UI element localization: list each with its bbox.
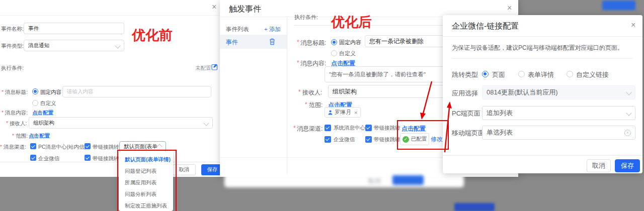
edit-icon[interactable]: [211, 63, 218, 70]
save-label: 保存: [621, 161, 634, 170]
msg-title-label: 消息标题:: [300, 39, 326, 47]
person-icon: [328, 110, 333, 115]
scope-config-link[interactable]: 点击配置: [29, 133, 50, 140]
radio-page[interactable]: [482, 71, 489, 77]
msg-content-value: "您有一条消息被删除了，请前往查看": [329, 71, 426, 78]
radio-form-detail[interactable]: [518, 71, 525, 77]
trash-icon[interactable]: [269, 38, 275, 45]
checkbox-wechat[interactable]: [30, 155, 36, 161]
custom-label: 自定义: [339, 50, 356, 57]
msg-title-label: 消息标题:: [5, 89, 28, 96]
event-list-label: 事件列表: [226, 26, 249, 33]
radio-custom[interactable]: [331, 50, 337, 56]
recipient-name: 罗琳月: [335, 109, 351, 116]
jump-type-label: 跳转类型: [452, 70, 478, 79]
sidebar-item-label: 事件: [226, 38, 238, 47]
event-name-value: 事件: [28, 25, 39, 32]
pc-page-label: PC端页面: [452, 109, 480, 118]
msg-content-config-link[interactable]: 点击配置: [32, 110, 53, 117]
note-divider: [452, 58, 633, 59]
footer-divider: [0, 162, 220, 162]
required-mark: *: [0, 144, 2, 150]
blurred-cancel-label: 取消: [368, 177, 380, 185]
channel-sys-label: 系统消息中心: [334, 125, 365, 132]
chevron-down-icon: [203, 120, 209, 126]
receiver-select[interactable]: 组织架构: [328, 85, 449, 98]
radio-custom-link[interactable]: [567, 71, 573, 77]
clear-icon[interactable]: ×: [624, 130, 631, 136]
mobile-page-value: 单选列表: [487, 128, 513, 137]
required-mark: *: [6, 120, 8, 126]
link-jump-label: 带链接跳转: [374, 125, 400, 132]
annotation-after-label: 优化后: [331, 13, 372, 31]
event-name-label: 事件名称:: [1, 26, 24, 33]
annotation-box-dropdown: [117, 150, 177, 211]
blurred-dialog-footer: 取消: [224, 174, 464, 187]
save-button[interactable]: 保存: [615, 159, 640, 172]
link-jump-label: 带链接跳转: [374, 136, 400, 143]
msg-content-label: 消息内容:: [300, 59, 326, 68]
checkbox-link-jump[interactable]: [365, 125, 372, 131]
opt-custom-label: 自定义链接: [576, 70, 609, 79]
blurred-save-button: [392, 175, 424, 185]
app-select-label: 应用选择: [452, 89, 478, 98]
event-type-select[interactable]: 消息通知: [24, 40, 124, 51]
radio-custom[interactable]: [32, 100, 38, 106]
opt-form-label: 表单详情: [528, 70, 554, 79]
radio-fixed-content[interactable]: [331, 39, 337, 45]
channel-label: 消息渠道:: [297, 125, 323, 133]
fixed-content-label: 固定内容: [339, 39, 361, 46]
before-dialog: × 事件名称: 事件 事件类型: 消息通知 执行条件: 未配置 * 消息标题: …: [0, 0, 220, 177]
tag-remove-icon[interactable]: ×: [354, 110, 357, 116]
receiver-select[interactable]: 组织架构: [29, 117, 213, 129]
recipient-tag[interactable]: 罗琳月 ×: [325, 107, 361, 118]
header-divider: [0, 15, 220, 16]
event-type-value: 消息通知: [28, 42, 49, 49]
link-jump-label: 带链接跳转: [93, 155, 119, 162]
background-blurred-button-top: [602, 1, 635, 10]
add-event-link[interactable]: + 添加: [264, 26, 281, 33]
msg-title-placeholder: 请输入内容: [67, 88, 94, 95]
chevron-down-icon: [626, 89, 631, 95]
msg-title-input[interactable]: 您有一条记录被删除: [365, 35, 450, 47]
adaptation-note: 为保证与设备适配，建议PC端与移动端都配置对应端口的页面。: [452, 44, 623, 52]
sidebar-item-event[interactable]: 事件: [220, 35, 287, 49]
channel-wechat-label: 企业微信: [334, 136, 355, 143]
save-label: 保存: [207, 166, 218, 173]
dialog-title: 触发事件: [229, 4, 261, 15]
channel-label: 消息渠道:: [4, 144, 26, 151]
close-icon[interactable]: ×: [631, 21, 635, 29]
fixed-content-label: 固定内容: [40, 89, 61, 96]
event-name-input[interactable]: 事件: [24, 23, 124, 34]
radio-fixed-content[interactable]: [32, 88, 38, 94]
dialog-title: 企业微信-链接配置: [452, 21, 519, 32]
checkbox-link-jump-2[interactable]: [365, 136, 372, 143]
cancel-button[interactable]: 取消: [587, 159, 611, 172]
checkbox-wechat[interactable]: [325, 136, 331, 143]
required-mark: *: [305, 101, 307, 108]
custom-label: 自定义: [40, 100, 56, 107]
pc-page-value: 追加列表: [487, 109, 513, 118]
checkbox-pc-center[interactable]: [30, 143, 36, 149]
required-mark: *: [12, 133, 14, 139]
scope-label: 范围:: [309, 101, 323, 110]
channel-wechat-label: 企业微信: [38, 155, 59, 162]
receiver-label: 接收人:: [302, 88, 322, 97]
link-jump-label: 带链接跳转: [93, 144, 119, 151]
pc-page-select[interactable]: 追加列表: [482, 106, 635, 120]
close-icon[interactable]: ×: [507, 4, 512, 12]
required-mark: *: [2, 89, 4, 95]
mobile-page-select[interactable]: 单选列表 ×: [482, 126, 635, 140]
checkbox-link-jump[interactable]: [85, 143, 91, 149]
app-select[interactable]: 0814更新(默认当前应用): [482, 85, 635, 99]
receiver-value: 组织架构: [33, 120, 54, 127]
checkbox-sys-center[interactable]: [325, 125, 331, 131]
annotation-box-channel: [397, 120, 449, 150]
receiver-label: 接收人:: [10, 120, 27, 127]
msg-content-label: 消息内容:: [5, 110, 28, 117]
chevron-down-icon: [626, 110, 631, 116]
msg-content-preview[interactable]: "您有一条消息被删除了，请前往查看": [325, 66, 445, 82]
checkbox-link-jump-2[interactable]: [85, 155, 91, 161]
close-icon[interactable]: ×: [212, 3, 216, 11]
msg-title-input[interactable]: 请输入内容: [62, 86, 211, 97]
